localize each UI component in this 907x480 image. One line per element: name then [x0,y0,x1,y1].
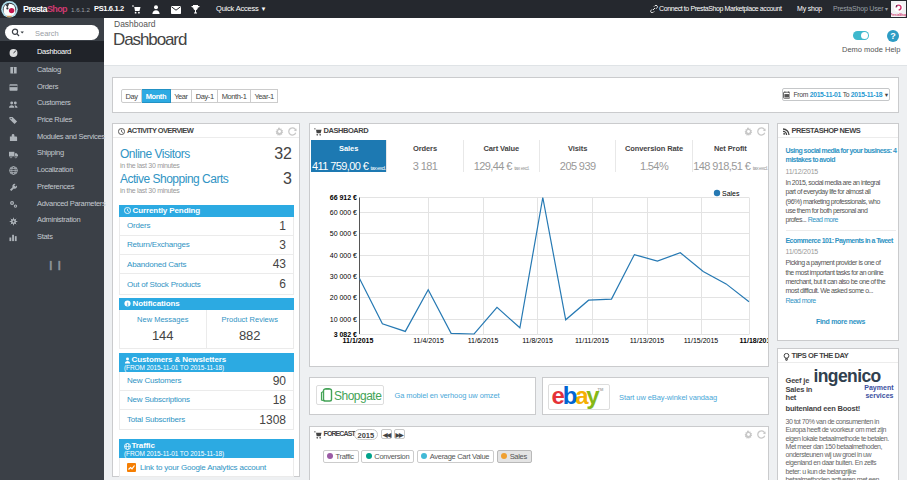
svg-text:11/8/2015: 11/8/2015 [522,337,553,344]
svg-text:10 000 €: 10 000 € [329,316,356,323]
svg-text:60 000 €: 60 000 € [329,209,356,216]
svg-text:50 000 €: 50 000 € [329,230,356,237]
svg-text:PrestaShop: PrestaShop [891,13,906,17]
svg-text:11/15/2015: 11/15/2015 [683,337,718,344]
svg-text:11/4/2015: 11/4/2015 [413,337,444,344]
svg-text:11/11/2015: 11/11/2015 [575,337,609,344]
svg-text:Sales: Sales [722,190,740,197]
svg-text:11/1/2015: 11/1/2015 [342,337,373,344]
svg-text:11/6/2015: 11/6/2015 [467,337,498,344]
svg-text:30 000 €: 30 000 € [329,273,356,280]
svg-text:20 000 €: 20 000 € [329,294,356,301]
svg-text:11/13/2015: 11/13/2015 [629,337,664,344]
svg-text:11/18/201: 11/18/201 [739,337,767,344]
svg-text:66 912 €: 66 912 € [329,194,356,201]
svg-text:40 000 €: 40 000 € [329,252,356,259]
